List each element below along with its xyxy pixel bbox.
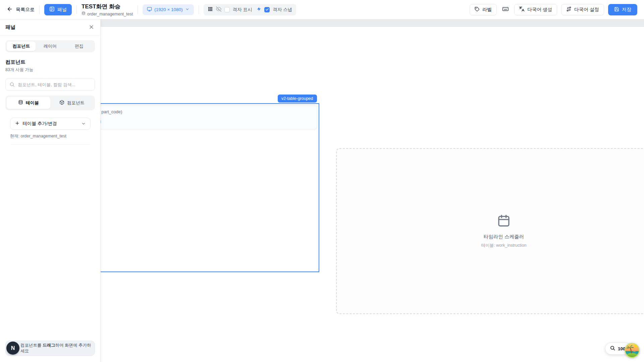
package-icon [59,100,64,106]
hint-text: 컴포넌트를 [20,343,43,348]
panel-button-label: 패널 [57,7,67,13]
label-button[interactable]: 라벨 [470,4,497,15]
grid-snap-checkbox[interactable] [264,7,270,12]
keyboard-shortcuts-button[interactable] [501,4,510,15]
side-panel: 패널 컴포넌트 레이어 편집 컴포넌트 83개 사용 가능 [0,19,101,362]
segment-tables[interactable]: 테이블 [7,97,50,109]
selected-component-tag: v2-table-grouped [278,95,317,103]
i18n-generate-button[interactable]: 다국어 생성 [514,4,557,15]
segment-components-label: 컴포넌트 [67,100,85,106]
save-button[interactable]: 저장 [608,4,637,15]
grid-snap-label: 격자 스냅 [273,7,292,13]
i18n-settings-button[interactable]: 다국어 설정 [561,4,604,15]
plus-icon [15,121,20,127]
panel-tab-bar: 컴포넌트 레이어 편집 [5,40,95,52]
grid-controls: 격자 표시 격자 스냅 [204,4,297,15]
segment-components[interactable]: 컴포넌트 [50,97,94,109]
table-header-text-fragment: : part_code) [99,109,122,114]
screen-title-block: TEST화면 화승 order_management_test [82,3,133,16]
grid-icon [208,6,213,13]
arrow-left-icon [7,6,13,13]
components-section-title: 컴포넌트 [5,59,95,65]
route-icon [566,6,572,13]
save-button-text: 저장 [622,7,631,13]
tag-icon [475,7,480,13]
component-search-input[interactable] [5,78,95,91]
tab-layers[interactable]: 레이어 [36,42,64,51]
add-change-table-dropdown[interactable]: 테이블 추가/변경 [10,118,91,130]
screen-table-name: order_management_test [87,12,133,16]
back-to-list-button[interactable]: 목록으로 [7,6,35,13]
panel-close-button[interactable] [88,23,95,32]
lightning-bolt-icon [257,7,261,13]
back-label: 목록으로 [16,7,35,13]
close-icon [89,24,94,31]
segment-tables-label: 테이블 [26,100,39,106]
app-window: v2-table-grouped : part_code) g 타임라인 스케줄… [0,0,644,362]
tab-edit[interactable]: 편집 [65,42,94,51]
component-search [5,78,95,91]
magnifier-icon [610,345,615,352]
timeline-scheduler-placeholder[interactable]: 타임라인 스케줄러 테이블: work_instruction [336,148,644,314]
toolbar-divider [199,5,199,14]
components-available-count: 83개 사용 가능 [5,67,95,73]
panel-toggle-button[interactable]: 패널 [44,4,72,15]
placeholder-title: 타임라인 스케줄러 [484,234,524,240]
i18n-generate-text: 다국어 생성 [527,7,552,13]
toolbar-right-group: 라벨 다국어 생성 다국어 설정 [470,4,637,15]
panel-left-close-icon [49,6,55,13]
screen-title: TEST화면 화승 [82,3,133,10]
chevron-down-icon [81,121,86,126]
panel-header: 패널 [0,19,100,36]
grid-display-checkbox[interactable] [224,7,230,12]
cursor-avatar: N [6,342,19,355]
add-change-table-label: 테이블 추가/변경 [23,121,57,127]
resolution-value: (644 × 362) [154,7,182,12]
current-table-label: 현재: order_management_test [10,133,91,139]
toolbar-divider [39,5,40,14]
resolution-selector[interactable]: (644 × 362) [143,4,194,15]
toolbar-divider [76,5,77,14]
placeholder-table-ref: 테이블: work_instruction [481,243,527,248]
i18n-settings-text: 다국어 설정 [574,7,599,13]
floppy-disk-icon [614,7,619,13]
eye-off-icon[interactable] [216,6,221,13]
tab-components[interactable]: 컴포넌트 [7,42,36,51]
island-sticker [625,343,640,358]
drag-hint: 컴포넌트를 드래그하여 화면에 추가하세요 N [5,341,95,356]
toolbar-divider [138,5,138,14]
calendar-icon [497,214,511,229]
hint-text-bold: 드래그 [43,343,55,348]
database-icon [82,11,86,16]
source-toggle: 테이블 컴포넌트 [5,96,95,110]
database-icon [18,100,23,106]
toolbar: 목록으로 패널 TEST화면 화승 order_management_test [0,0,644,19]
keyboard-icon [502,6,509,13]
chevron-down-icon [185,7,190,12]
translate-icon [519,6,525,13]
grid-display-label: 격자 표시 [233,7,252,13]
label-button-text: 라벨 [482,7,492,13]
panel-title: 패널 [5,24,15,31]
monitor-icon [147,7,152,13]
